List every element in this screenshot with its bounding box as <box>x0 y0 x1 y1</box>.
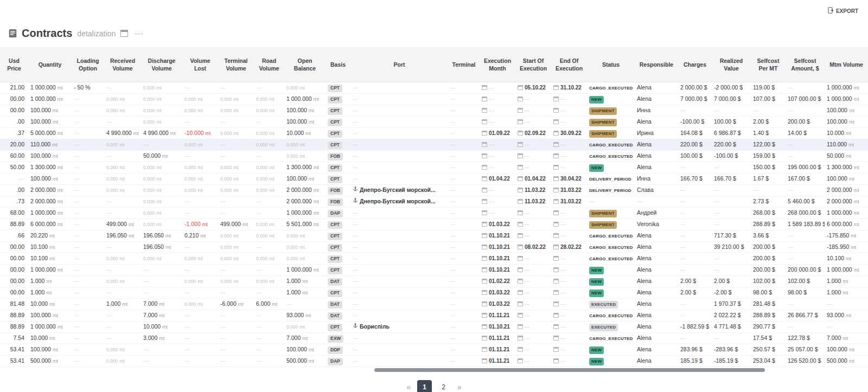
cell-terminal_volume: 0.000 mt <box>218 105 254 116</box>
cell-execution_month: --- <box>480 116 515 127</box>
table-row[interactable]: 00.00100.000 mt---0.000 mt0.000 mt0.000 … <box>0 105 868 116</box>
cell-volume_lost: --- <box>182 344 218 355</box>
cell-responsible: Инна <box>635 105 678 116</box>
cell-charges: 2 000.00 $ <box>678 82 712 93</box>
column-header-discharge_volume[interactable]: Discharge Volume <box>141 47 182 82</box>
table-row[interactable]: 21.001 000.000 mt- 50 %---0.000 mt------… <box>0 82 868 93</box>
column-header-selfcost_per_mt[interactable]: Selfcost Per MT <box>751 47 786 82</box>
cell-start_of_execution: 01.04.22 <box>515 173 551 184</box>
pagination-page-1[interactable]: 1 <box>417 380 432 392</box>
empty-value: --- <box>680 336 686 341</box>
table-row[interactable]: 00.0010.100 mt------196.050 mt---0.000 m… <box>0 241 868 253</box>
table-row[interactable]: ---100.000 mt---0.000 mt0.000 mt0.000 mt… <box>0 173 868 184</box>
empty-value: --- <box>788 142 794 147</box>
pagination-next[interactable]: » <box>455 383 464 391</box>
column-header-start_of_execution[interactable]: Start Of Execution <box>515 47 551 82</box>
table-row[interactable]: 88.896 000.000 mt---499.000 mt0.000 mt-1… <box>0 219 868 230</box>
column-header-selfcost_amount[interactable]: Selfcost Amount, $ <box>786 47 825 82</box>
column-header-port[interactable]: Port <box>350 47 448 82</box>
table-row[interactable]: 88.89100.000 mt------7.000 mt---------93… <box>0 310 868 321</box>
basis-badge: CPT <box>328 130 342 138</box>
cell-volume_lost: --- <box>182 196 218 207</box>
column-header-open_balance[interactable]: Open Balance <box>284 47 326 82</box>
empty-value: --- <box>680 165 686 170</box>
date-filter-calendar-icon[interactable] <box>120 30 128 37</box>
cell-status: SHIPMENT <box>587 207 635 219</box>
empty-value: --- <box>256 313 262 318</box>
cell-terminal: --- <box>448 310 480 321</box>
column-header-road_volume[interactable]: Road Volume <box>254 47 284 82</box>
table-row[interactable]: 68.001 000.000 mt------0.000 mt---------… <box>0 207 868 219</box>
cell-mtm_volume: 100.000 mt <box>825 344 868 355</box>
horizontal-scrollbar-track[interactable] <box>0 368 868 372</box>
cell-quantity: 100.000 mt <box>28 310 72 321</box>
pagination-page-2[interactable]: 2 <box>436 380 451 392</box>
empty-value: --- <box>450 301 456 307</box>
table-row[interactable]: .375 000.000 mt---4 990.000 mt4 990.000 … <box>0 127 868 139</box>
empty-value: --- <box>450 199 456 204</box>
table-row[interactable]: 00.001 000.000 mt---0.000 mt0.000 mt0.00… <box>0 93 868 105</box>
cell-discharge_volume: 0.000 mt <box>141 116 182 127</box>
column-header-mtm_volume[interactable]: Mtm Volume <box>825 47 868 82</box>
table-row[interactable]: 00.0010.100 mt---0.000 mt0.000 mt0.000 m… <box>0 253 868 264</box>
table-row[interactable]: 53.41100.000 mt---0.000 mt------------10… <box>0 344 868 355</box>
empty-value: --- <box>489 142 495 147</box>
table-row[interactable]: 60.00100.000 mt------50.000 mt---------0… <box>0 150 868 162</box>
horizontal-scrollbar-thumb[interactable] <box>374 368 765 372</box>
column-header-basis[interactable]: Basis <box>326 47 350 82</box>
column-header-responsible[interactable]: Responsible <box>635 47 678 82</box>
table-row[interactable]: .732 000.000 mt------0.000 mt---------2 … <box>0 196 868 207</box>
cell-mtm_volume: 1 300.000 mt <box>825 162 868 173</box>
cell-mtm_volume: 50.000 mt <box>825 150 868 162</box>
column-header-terminal[interactable]: Terminal <box>448 47 480 82</box>
column-header-status[interactable]: Status <box>587 47 635 82</box>
column-header-received_volume[interactable]: Received Volume <box>104 47 141 82</box>
cell-start_of_execution: --- <box>515 116 551 127</box>
column-header-loading_option[interactable]: Loading Option <box>72 47 104 82</box>
column-header-quantity[interactable]: Quantity <box>28 47 72 82</box>
cell-start_of_execution: --- <box>515 139 551 150</box>
table-row[interactable]: 20.00110.000 mt---0.000 mt---0.000 mt---… <box>0 139 868 150</box>
table-row[interactable]: .00100.000 mt------0.000 mt---------100.… <box>0 116 868 127</box>
table-row[interactable]: .6620.220 mt---196.050 mt196.050 mt0.210… <box>0 230 868 241</box>
column-header-charges[interactable]: Charges <box>678 47 712 82</box>
date-filter-value[interactable]: --- <box>135 29 143 37</box>
cell-road_volume: --- <box>254 332 284 344</box>
status-badge: CARGO_EXECUTED <box>589 313 633 319</box>
empty-value: --- <box>106 119 112 125</box>
column-header-usd_price[interactable]: Usd Price <box>0 47 28 82</box>
table-row[interactable]: 50.001 300.000 mt---0.000 mt0.000 mt0.00… <box>0 162 868 173</box>
table-row[interactable]: 00.001 000.000 mt------------------1 000… <box>0 264 868 275</box>
export-button[interactable]: EXPORT <box>828 7 858 15</box>
pagination-prev[interactable]: « <box>404 383 413 391</box>
table-row[interactable]: 00.001.000 mt---0.000 mt---0.000 mt0.000… <box>0 275 868 287</box>
table-row[interactable]: 88.891 000.000 mt------10.000 mt--------… <box>0 321 868 332</box>
table-row[interactable]: 7.5410.000 mt------3.000 mt---------7.00… <box>0 332 868 344</box>
cell-quantity: 1 000.000 mt <box>28 264 72 275</box>
calendar-icon <box>518 358 523 363</box>
basis-badge: CPT <box>328 96 342 104</box>
table-row[interactable]: 00.001.000 mt------------------1.000 mtC… <box>0 287 868 298</box>
table-row[interactable]: 53.41500.000 mt---0.000 mt------------50… <box>0 355 868 367</box>
basis-badge: CPT <box>328 221 342 229</box>
column-header-execution_month[interactable]: Execution Month <box>480 47 515 82</box>
cell-selfcost_amount: 195 000.00 $ <box>786 162 825 173</box>
status-badge: NEW <box>589 164 604 172</box>
empty-value: --- <box>256 290 262 295</box>
table-row[interactable]: 81.4810.000 mt---1.000 mt7.000 mt0.000 m… <box>0 298 868 310</box>
column-header-volume_lost[interactable]: Volume Lost <box>182 47 218 82</box>
table-header-row: Usd PriceQuantityLoading OptionReceived … <box>0 47 868 82</box>
cell-loading_option: --- <box>72 116 104 127</box>
cell-port: Бориспіль <box>350 321 448 332</box>
column-header-end_of_execution[interactable]: End Of Execution <box>551 47 587 82</box>
status-badge: SHIPMENT <box>589 221 617 229</box>
empty-value: --- <box>143 267 149 273</box>
column-header-terminal_volume[interactable]: Terminal Volume <box>218 47 254 82</box>
cell-road_volume: --- <box>254 207 284 219</box>
table-row[interactable]: .002 000.000 mt---0.000 mt0.000 mt0.000 … <box>0 184 868 196</box>
cell-terminal: --- <box>448 241 480 253</box>
cell-road_volume: 0.000 mt <box>254 127 284 139</box>
cell-terminal_volume: 0.000 mt <box>218 127 254 139</box>
cell-terminal: --- <box>448 173 480 184</box>
column-header-realized_value[interactable]: Realized Value <box>712 47 751 82</box>
